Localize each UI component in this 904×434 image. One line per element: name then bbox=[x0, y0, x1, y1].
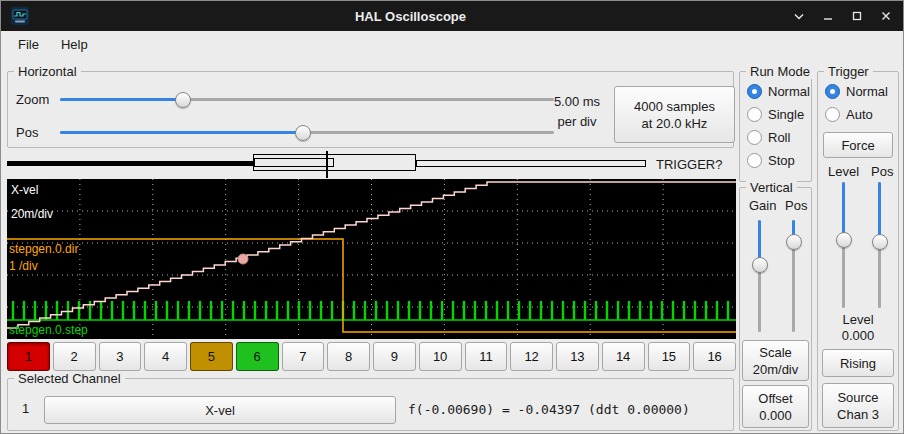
radio-label: Single bbox=[768, 107, 804, 122]
channel-button-2[interactable]: 2 bbox=[53, 342, 96, 371]
app-icon bbox=[11, 7, 29, 25]
channel-name-text: X-vel bbox=[205, 403, 235, 418]
close-icon[interactable] bbox=[879, 9, 893, 23]
runmode-option-roll[interactable]: Roll bbox=[747, 130, 809, 145]
minimize-icon[interactable] bbox=[821, 9, 835, 23]
record-position-bar bbox=[7, 161, 253, 166]
selected-channel-number: 1 bbox=[22, 401, 29, 416]
zoom-label: Zoom bbox=[16, 92, 49, 107]
runmode-option-single[interactable]: Single bbox=[747, 107, 809, 122]
scope-channel-label: X-vel bbox=[11, 183, 38, 197]
dir-trace bbox=[7, 239, 736, 332]
channel-name-button[interactable]: X-vel bbox=[44, 396, 396, 424]
radio-label: Auto bbox=[846, 107, 873, 122]
scope-display: X-vel20m/divstepgen.0.dir1 /divstepgen.0… bbox=[7, 179, 736, 339]
zoom-slider-knob[interactable] bbox=[175, 92, 191, 108]
trigger-level-caption: Level bbox=[818, 312, 898, 327]
scope-canvas: X-vel20m/divstepgen.0.dir1 /divstepgen.0… bbox=[7, 179, 736, 339]
scope-channel-label: 1 /div bbox=[9, 259, 38, 273]
channel-button-10[interactable]: 10 bbox=[419, 342, 462, 371]
gain-slider-knob[interactable] bbox=[752, 257, 768, 273]
channel-button-3[interactable]: 3 bbox=[99, 342, 142, 371]
record-samples-text: 4000 samples bbox=[634, 98, 715, 115]
time-per-div-value: 5.00 ms bbox=[542, 92, 612, 112]
zoom-window-inner-box bbox=[254, 158, 334, 167]
vertical-pos-label: Pos bbox=[785, 198, 807, 213]
radio-label: Normal bbox=[768, 84, 810, 99]
trigger-level-slider-label: Level bbox=[828, 164, 859, 179]
channel-button-8[interactable]: 8 bbox=[327, 342, 370, 371]
pos-slider-fill bbox=[60, 131, 303, 134]
gain-slider[interactable] bbox=[752, 220, 768, 332]
channel-button-16[interactable]: 16 bbox=[693, 342, 736, 371]
record-position-tail bbox=[416, 160, 646, 167]
source-button[interactable]: Source Chan 3 bbox=[822, 383, 894, 428]
channel-button-9[interactable]: 9 bbox=[373, 342, 416, 371]
force-button-text: Force bbox=[841, 138, 874, 153]
window-title: HAL Oscilloscope bbox=[29, 9, 792, 24]
vertical-panel: Vertical Gain Pos Scale 20m/div Offset 0… bbox=[739, 187, 812, 431]
selected-channel-panel: Selected Channel 1 X-vel f(-0.00690) = -… bbox=[7, 378, 734, 431]
time-per-div-unit: per div bbox=[542, 112, 612, 132]
channel-button-14[interactable]: 14 bbox=[602, 342, 645, 371]
zoom-slider[interactable] bbox=[60, 92, 554, 108]
pos-slider-knob[interactable] bbox=[295, 125, 311, 141]
horizontal-panel-label: Horizontal bbox=[14, 64, 81, 79]
trigger-pos-slider[interactable] bbox=[872, 182, 888, 308]
horizontal-pos-label: Pos bbox=[16, 125, 38, 140]
trigger-level-slider-knob[interactable] bbox=[836, 232, 852, 248]
edge-button-text: Rising bbox=[840, 356, 876, 371]
force-button[interactable]: Force bbox=[823, 132, 893, 158]
horizontal-panel: Horizontal Zoom Pos 5.00 ms per div 4000… bbox=[7, 71, 734, 148]
menu-file[interactable]: File bbox=[7, 33, 50, 56]
window-controls bbox=[792, 9, 893, 23]
horizontal-pos-slider[interactable] bbox=[60, 125, 554, 141]
trigger-pos-slider-fill bbox=[878, 182, 881, 242]
maximize-icon[interactable] bbox=[850, 9, 864, 23]
menu-help[interactable]: Help bbox=[50, 33, 99, 56]
record-rate-text: at 20.0 kHz bbox=[642, 115, 708, 132]
channel-button-13[interactable]: 13 bbox=[556, 342, 599, 371]
gain-label: Gain bbox=[749, 198, 776, 213]
channel-button-11[interactable]: 11 bbox=[465, 342, 508, 371]
radio-icon bbox=[825, 107, 840, 122]
scope-channel-label: stepgen.0.step bbox=[9, 323, 88, 337]
menubar: File Help bbox=[1, 31, 903, 58]
titlebar: HAL Oscilloscope bbox=[1, 1, 903, 31]
run-mode-options: NormalSingleRollStop bbox=[747, 84, 809, 176]
vertical-pos-slider-knob[interactable] bbox=[786, 234, 802, 250]
runmode-option-stop[interactable]: Stop bbox=[747, 153, 809, 168]
zoom-slider-fill bbox=[60, 98, 183, 101]
channel-button-5[interactable]: 5 bbox=[190, 342, 233, 371]
scope-channel-label: stepgen.0.dir bbox=[9, 242, 78, 256]
channel-button-1[interactable]: 1 bbox=[7, 342, 50, 371]
channel-button-6[interactable]: 6 bbox=[236, 342, 279, 371]
channel-button-15[interactable]: 15 bbox=[648, 342, 691, 371]
trigger-level-value: 0.000 bbox=[818, 328, 898, 343]
vertical-pos-slider[interactable] bbox=[786, 220, 802, 332]
trigger-option-normal[interactable]: Normal bbox=[825, 84, 896, 99]
record-settings-button[interactable]: 4000 samples at 20.0 kHz bbox=[614, 86, 735, 143]
channel-button-12[interactable]: 12 bbox=[510, 342, 553, 371]
radio-label: Roll bbox=[768, 130, 790, 145]
radio-label: Stop bbox=[768, 153, 795, 168]
offset-button[interactable]: Offset 0.000 bbox=[742, 385, 809, 428]
trigger-position-cursor[interactable] bbox=[326, 151, 328, 178]
channel-button-4[interactable]: 4 bbox=[144, 342, 187, 371]
scale-button[interactable]: Scale 20m/div bbox=[742, 340, 809, 381]
shade-icon[interactable] bbox=[792, 9, 806, 23]
trigger-point-marker bbox=[238, 254, 248, 264]
offset-value: 0.000 bbox=[759, 407, 792, 424]
scale-value: 20m/div bbox=[753, 361, 799, 378]
source-caption: Source bbox=[837, 389, 878, 406]
radio-label: Normal bbox=[846, 84, 888, 99]
source-value: Chan 3 bbox=[837, 406, 879, 423]
time-per-div: 5.00 ms per div bbox=[542, 92, 612, 132]
channel-button-7[interactable]: 7 bbox=[282, 342, 325, 371]
trigger-pos-slider-knob[interactable] bbox=[872, 234, 888, 250]
trigger-option-auto[interactable]: Auto bbox=[825, 107, 896, 122]
trigger-level-slider[interactable] bbox=[836, 182, 852, 308]
trigger-query-label: TRIGGER? bbox=[656, 157, 722, 172]
edge-button[interactable]: Rising bbox=[822, 349, 894, 377]
runmode-option-normal[interactable]: Normal bbox=[747, 84, 809, 99]
